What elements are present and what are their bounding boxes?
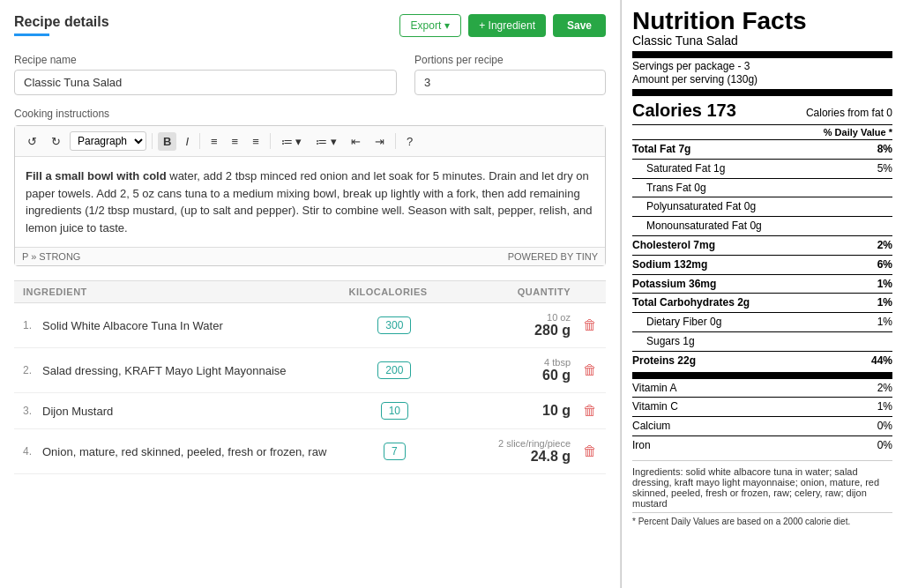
quantity-amount: 280 g xyxy=(534,323,571,338)
indent-button[interactable]: ⇥ xyxy=(369,132,390,151)
add-ingredient-button[interactable]: + Ingredient xyxy=(468,14,546,37)
sugars-row: Sugars 1g xyxy=(632,334,892,349)
ingredient-name: Salad dressing, KRAFT Mayo Light Mayonna… xyxy=(39,364,336,377)
form-row: Recipe name Portions per recipe xyxy=(14,54,606,95)
cooking-label: Cooking instructions xyxy=(14,108,606,120)
footnote: * Percent Daily Values are based on a 20… xyxy=(632,512,892,526)
paragraph-select[interactable]: Paragraph xyxy=(70,131,146,151)
bold-button[interactable]: B xyxy=(158,132,176,151)
kcal-badge[interactable]: 7 xyxy=(384,443,406,460)
number-list-button[interactable]: ≔ ▾ xyxy=(310,132,342,151)
col-header-quantity: QUANTITY xyxy=(449,287,597,297)
ingredient-quantity: 2 slice/ring/piece 24.8 g xyxy=(453,438,578,465)
recipe-name-group: Recipe name xyxy=(14,54,397,95)
align-left-button[interactable]: ≡ xyxy=(205,132,223,151)
potassium-row: Potassium 36mg1% xyxy=(632,277,892,292)
calories-label: Calories 173 xyxy=(632,98,736,123)
vitamin-c-row: Vitamin C1% xyxy=(632,399,892,414)
kcal-badge[interactable]: 300 xyxy=(377,316,411,334)
nutrition-recipe-name: Classic Tuna Salad xyxy=(632,33,892,48)
delete-ingredient-button[interactable]: 🗑 xyxy=(578,443,597,459)
quantity-amount: 24.8 g xyxy=(531,449,571,464)
cholesterol-row: Cholesterol 7mg2% xyxy=(632,238,892,253)
bullet-list-button[interactable]: ≔ ▾ xyxy=(276,132,308,151)
align-center-button[interactable]: ≡ xyxy=(227,132,244,151)
ingredient-kcal: 300 xyxy=(336,316,453,334)
ingredient-kcal: 7 xyxy=(336,443,453,460)
editor-footer: P » STRONG POWERED BY TINY xyxy=(15,247,605,265)
export-button[interactable]: Export ▾ xyxy=(399,14,462,37)
ingredient-quantity: 10 g xyxy=(453,403,578,419)
editor-status: P » STRONG xyxy=(22,251,80,262)
sodium-row: Sodium 132mg6% xyxy=(632,257,892,272)
ingredient-quantity: 10 oz 280 g xyxy=(453,312,578,339)
table-row: 4. Onion, mature, red skinned, peeled, f… xyxy=(14,429,606,474)
ingredient-name: Dijon Mustard xyxy=(39,405,336,418)
proteins-row: Proteins 22g44% xyxy=(632,354,892,368)
vitamin-a-row: Vitamin A2% xyxy=(632,381,892,396)
row-number: 1. xyxy=(23,319,39,331)
editor-content[interactable]: Fill a small bowl with cold water, add 2… xyxy=(15,157,605,247)
col-header-kilocalories: KILOCALORIES xyxy=(327,287,449,297)
recipe-name-label: Recipe name xyxy=(14,54,397,66)
editor-toolbar: ↺ ↻ Paragraph B I ≡ ≡ ≡ ≔ ▾ ≔ ▾ ⇤ ⇥ ? xyxy=(15,126,605,157)
quantity-unit: 10 oz xyxy=(453,312,571,323)
title-underline xyxy=(14,33,49,36)
ingredient-kcal: 10 xyxy=(336,402,453,420)
page-title: Recipe details xyxy=(14,14,109,30)
calories-row: Calories 173 Calories from fat 0 xyxy=(632,98,892,123)
row-number: 2. xyxy=(23,364,39,376)
quantity-amount: 60 g xyxy=(542,368,571,383)
redo-button[interactable]: ↻ xyxy=(46,132,66,151)
thin-bar xyxy=(632,124,892,125)
thin-bar-2 xyxy=(632,139,892,140)
ingredient-name: Solid White Albacore Tuna In Water xyxy=(39,319,336,332)
toolbar-separator-4 xyxy=(395,133,396,149)
undo-button[interactable]: ↺ xyxy=(22,132,42,151)
table-row: 2. Salad dressing, KRAFT Mayo Light Mayo… xyxy=(14,348,606,393)
delete-ingredient-button[interactable]: 🗑 xyxy=(578,403,597,419)
kcal-badge[interactable]: 200 xyxy=(377,361,411,379)
italic-button[interactable]: I xyxy=(180,132,194,151)
page-actions: Export ▾ + Ingredient Save xyxy=(399,14,606,37)
portions-label: Portions per recipe xyxy=(414,54,606,66)
thick-bar-2 xyxy=(632,89,892,96)
outdent-button[interactable]: ⇤ xyxy=(346,132,366,151)
thick-bar xyxy=(632,51,892,58)
polyunsaturated-fat-row: Polyunsaturated Fat 0g xyxy=(632,199,892,214)
toolbar-separator-2 xyxy=(199,133,200,149)
save-button[interactable]: Save xyxy=(553,14,606,37)
portions-input[interactable] xyxy=(414,70,606,95)
kcal-badge[interactable]: 10 xyxy=(381,402,408,420)
toolbar-separator xyxy=(152,133,153,149)
table-row: 1. Solid White Albacore Tuna In Water 30… xyxy=(14,303,606,348)
chevron-down-icon: ▾ xyxy=(444,19,450,32)
dietary-fiber-row: Dietary Fiber 0g1% xyxy=(632,315,892,330)
ingredient-kcal: 200 xyxy=(336,361,453,379)
nutrition-facts-panel: Nutrition Facts Classic Tuna Salad Servi… xyxy=(621,0,903,588)
recipe-name-input[interactable] xyxy=(14,70,397,95)
toolbar-separator-3 xyxy=(270,133,271,149)
ingredients-table: INGREDIENT KILOCALORIES QUANTITY 1. Soli… xyxy=(14,280,606,474)
delete-ingredient-button[interactable]: 🗑 xyxy=(578,362,597,378)
col-header-ingredient: INGREDIENT xyxy=(23,287,327,297)
cooking-instructions-group: Cooking instructions ↺ ↻ Paragraph B I ≡… xyxy=(14,108,606,266)
total-carbs-row: Total Carbohydrates 2g1% xyxy=(632,295,892,310)
quantity-unit: 2 slice/ring/piece xyxy=(453,438,571,449)
row-number: 3. xyxy=(23,405,39,417)
ingredient-name: Onion, mature, red skinned, peeled, fres… xyxy=(39,445,336,458)
daily-value-header: % Daily Value * xyxy=(632,127,892,138)
monounsaturated-fat-row: Monounsaturated Fat 0g xyxy=(632,219,892,234)
delete-ingredient-button[interactable]: 🗑 xyxy=(578,317,597,333)
calcium-row: Calcium0% xyxy=(632,419,892,434)
trans-fat-row: Trans Fat 0g xyxy=(632,181,892,196)
nutrition-facts-title: Nutrition Facts xyxy=(632,9,892,33)
editor-powered-by: POWERED BY TINY xyxy=(508,251,598,262)
saturated-fat-row: Saturated Fat 1g5% xyxy=(632,161,892,176)
servings-per-package: Servings per package - 3 xyxy=(632,60,892,72)
ingredients-text: Ingredients: solid white albacore tuna i… xyxy=(632,460,892,509)
align-right-button[interactable]: ≡ xyxy=(247,132,265,151)
calories-from-fat: Calories from fat 0 xyxy=(806,106,892,121)
help-button[interactable]: ? xyxy=(401,132,418,151)
ingredient-quantity: 4 tbsp 60 g xyxy=(453,357,578,383)
